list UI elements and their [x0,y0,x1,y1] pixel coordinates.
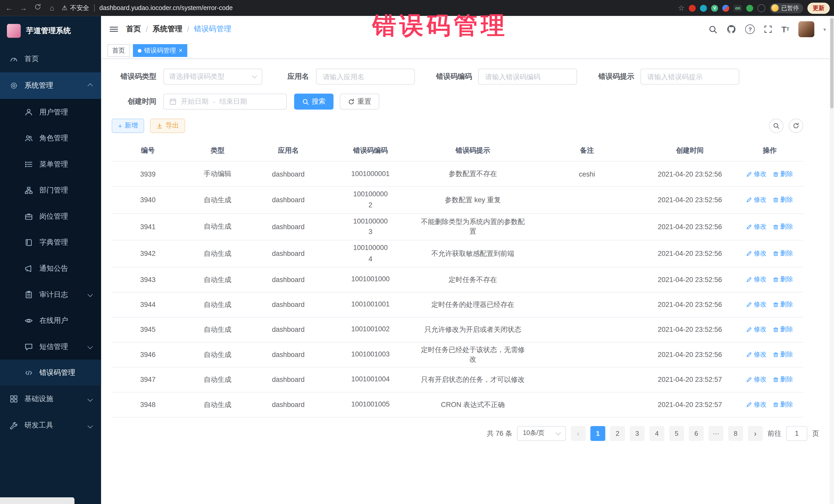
extension-grid-icon[interactable] [722,5,729,12]
edit-link[interactable]: 修改 [746,275,767,284]
clipboard-icon [24,290,33,299]
sidebar-item-dev-tools[interactable]: 研发工具 [0,412,101,439]
sidebar-item-departments[interactable]: 部门管理 [0,177,101,203]
refresh-table-button[interactable] [789,118,803,133]
reset-button[interactable]: 重置 [340,94,379,110]
paused-badge[interactable]: 已暂停 [770,3,803,13]
tag-error-code[interactable]: 错误码管理 × [133,44,187,57]
cell-code: 1001001003 [325,347,415,363]
help-icon[interactable]: ? [745,24,755,34]
breadcrumb-system[interactable]: 系统管理 [153,24,182,34]
sidebar-item-posts[interactable]: 岗位管理 [0,203,101,229]
search-button[interactable]: 搜索 [294,94,333,110]
delete-link[interactable]: 删除 [773,375,793,384]
sidebar-item-dictionary[interactable]: 字典管理 [0,229,101,255]
sidebar-item-roles[interactable]: 角色管理 [0,125,101,151]
address-bar[interactable]: dashboard.yudao.iocoder.cn/system/error-… [99,4,673,12]
msg-input[interactable] [646,72,733,81]
edit-link[interactable]: 修改 [746,222,767,231]
sidebar-item-sms[interactable]: 短信管理 [0,334,101,360]
avatar-caret-icon[interactable]: ▾ [823,26,826,32]
page-button-1[interactable]: 1 [591,426,605,441]
user-icon [24,108,33,116]
next-page-button[interactable]: › [748,426,763,441]
export-button[interactable]: 导出 [150,118,185,133]
extension-teal-icon[interactable] [700,5,707,12]
sidebar-item-notices[interactable]: 通知公告 [0,255,101,282]
code-input[interactable] [484,72,571,81]
refresh-icon[interactable] [33,0,43,16]
page-ellipsis[interactable]: ··· [708,426,723,441]
delete-link[interactable]: 删除 [773,195,793,204]
cell-id: 3947 [112,374,184,386]
edit-link[interactable]: 修改 [746,300,767,309]
date-range-picker[interactable]: 开始日期 - 结束日期 [163,94,287,110]
close-icon[interactable]: × [179,47,182,53]
extensions-puzzle-icon[interactable] [758,4,766,12]
sidebar-item-infrastructure[interactable]: 基础设施 [0,386,101,412]
cell-app: dashboard [251,248,325,260]
extension-vue-icon[interactable]: V [711,5,718,12]
edit-link[interactable]: 修改 [746,350,767,359]
delete-link[interactable]: 删除 [773,350,793,359]
sidebar-item-users[interactable]: 用户管理 [0,99,101,125]
delete-link[interactable]: 删除 [773,400,793,409]
security-indicator[interactable]: ⚠ 不安全 [62,3,89,12]
app-input[interactable] [322,72,409,81]
cell-type: 自动生成 [184,298,251,311]
cell-actions: 修改 删除 [736,167,803,181]
fullscreen-icon[interactable] [764,25,772,34]
type-select[interactable]: 请选择错误码类型 [163,68,262,84]
delete-link[interactable]: 删除 [773,222,793,231]
extension-green-icon[interactable] [746,5,753,12]
add-button[interactable]: + 新增 [112,118,144,133]
delete-link[interactable]: 删除 [773,249,793,258]
sidebar-item-error-code[interactable]: 错误码管理 [0,359,101,386]
extension-on-badge[interactable]: on [734,5,742,12]
delete-link[interactable]: 删除 [773,169,793,178]
page-button-5[interactable]: 5 [669,426,684,441]
prev-page-button[interactable]: ‹ [571,426,586,441]
tag-home[interactable]: 首页 [108,44,130,57]
page-button-3[interactable]: 3 [630,426,644,441]
edit-link[interactable]: 修改 [746,249,767,258]
cell-app: dashboard [251,324,325,336]
sidebar-item-menus[interactable]: 菜单管理 [0,151,101,177]
scrollbar-thumb[interactable] [830,18,833,108]
github-icon[interactable] [727,24,736,34]
update-button[interactable]: 更新 [807,2,830,14]
extension-red-icon[interactable] [689,5,696,12]
user-avatar[interactable] [798,21,814,37]
cell-msg: 定时任务的处理器已经存在 [415,298,530,311]
sidebar-item-home[interactable]: 首页 [0,46,101,72]
bookmark-star-icon[interactable]: ☆ [678,4,685,12]
app-logo[interactable]: 芋道管理系统 [0,16,101,46]
delete-link[interactable]: 删除 [773,325,793,334]
goto-page-input[interactable] [792,429,802,438]
sidebar-item-system[interactable]: 系统管理 [0,72,101,99]
delete-link[interactable]: 删除 [773,275,793,284]
cell-id: 3946 [112,349,184,361]
page-button-4[interactable]: 4 [650,426,664,441]
edit-link[interactable]: 修改 [746,195,767,204]
page-button-6[interactable]: 6 [689,426,704,441]
search-icon[interactable] [708,25,718,34]
edit-link[interactable]: 修改 [746,375,767,384]
sidebar-item-audit-log[interactable]: 审计日志 [0,281,101,307]
hamburger-icon[interactable] [109,25,118,34]
edit-link[interactable]: 修改 [746,400,767,409]
scrollbar[interactable] [830,16,834,504]
edit-link[interactable]: 修改 [746,325,767,334]
forward-icon[interactable]: → [19,0,28,16]
page-size-select[interactable]: 10条/页 [517,426,566,441]
page-button-2[interactable]: 2 [610,426,625,441]
back-icon[interactable]: ← [4,0,14,16]
font-size-icon[interactable]: TT [782,25,789,34]
edit-link[interactable]: 修改 [746,169,767,178]
page-button-8[interactable]: 8 [728,426,743,441]
delete-link[interactable]: 删除 [773,300,793,309]
sidebar-item-online-users[interactable]: 在线用户 [0,307,101,334]
toggle-search-button[interactable] [769,118,784,133]
breadcrumb-home[interactable]: 首页 [126,24,141,34]
home-icon[interactable]: ⌂ [47,0,57,16]
